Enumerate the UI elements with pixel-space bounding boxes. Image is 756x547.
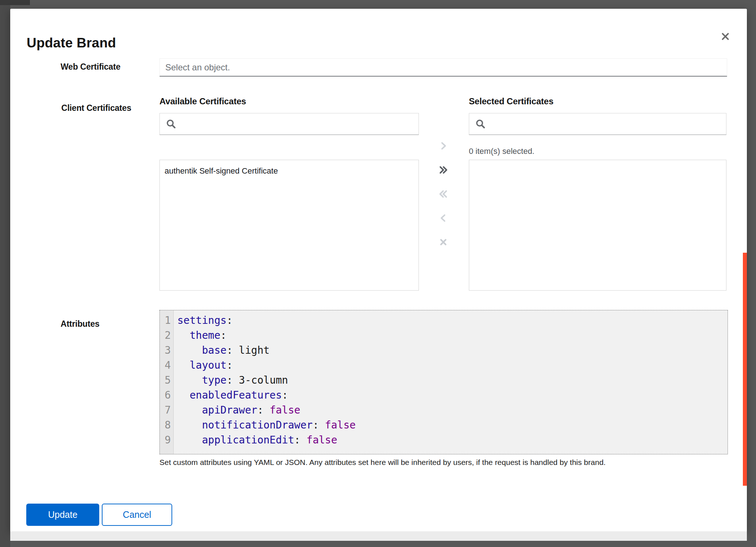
code-line: layout: (177, 358, 728, 373)
modal-scrollbar-thumb[interactable] (743, 253, 747, 486)
search-icon (166, 119, 177, 131)
modal-title: Update Brand (27, 36, 116, 51)
code-line: enabledFeatures: (177, 388, 728, 403)
backdrop-corner (0, 0, 30, 5)
chevron-right-icon (438, 141, 448, 152)
update-button[interactable]: Update (26, 504, 99, 526)
add-all-button[interactable] (436, 163, 450, 177)
code-line: settings: (177, 313, 728, 328)
close-button[interactable] (717, 29, 733, 45)
double-chevron-left-icon (438, 189, 448, 200)
certificate-list-item[interactable]: authentik Self-signed Certificate (160, 160, 418, 181)
modal-footer-shadow (10, 531, 747, 541)
available-certificates-list: authentik Self-signed Certificate (159, 160, 419, 291)
search-icon (475, 119, 486, 131)
update-brand-modal: Update Brand Web Certificate Client Cert… (10, 9, 747, 531)
remove-all-button[interactable] (436, 187, 450, 201)
code-line: apiDrawer: false (177, 403, 728, 418)
selected-count-text: 0 item(s) selected. (469, 147, 535, 156)
code-line: theme: (177, 328, 728, 343)
web-certificate-select[interactable] (159, 58, 727, 77)
code-line: notificationDrawer: false (177, 418, 728, 432)
attributes-helper-text: Set custom attributes using YAML or JSON… (159, 458, 714, 467)
code-line: applicationEdit: false (177, 432, 728, 447)
code-line: type: 3-column (177, 373, 728, 388)
cancel-button[interactable]: Cancel (102, 504, 172, 526)
backdrop-left-strip (0, 0, 10, 547)
available-certificates-heading: Available Certificates (159, 96, 246, 106)
selected-certificates-list (469, 160, 726, 291)
available-search-box (159, 113, 419, 135)
remove-selected-button[interactable] (436, 212, 450, 225)
selected-search-input[interactable] (491, 113, 722, 135)
add-selected-button[interactable] (436, 139, 450, 153)
code-content[interactable]: settings: theme: base: light layout: typ… (174, 310, 728, 454)
close-icon (721, 32, 730, 42)
screen: Update Brand Web Certificate Client Cert… (0, 0, 756, 547)
client-certificates-label: Client Certificates (61, 103, 131, 113)
double-chevron-right-icon (438, 165, 448, 176)
web-certificate-label: Web Certificate (61, 62, 120, 72)
cross-icon (438, 237, 448, 248)
chevron-left-icon (438, 213, 448, 224)
transfer-controls (436, 139, 450, 249)
attributes-code-editor[interactable]: 123456789 settings: theme: base: light l… (159, 310, 728, 454)
code-line-numbers: 123456789 (160, 310, 174, 454)
attributes-label: Attributes (61, 319, 100, 329)
selected-certificates-heading: Selected Certificates (469, 96, 554, 106)
code-line: base: light (177, 343, 728, 358)
available-search-input[interactable] (182, 113, 415, 135)
clear-selection-button[interactable] (436, 236, 450, 249)
selected-search-box (469, 113, 726, 135)
